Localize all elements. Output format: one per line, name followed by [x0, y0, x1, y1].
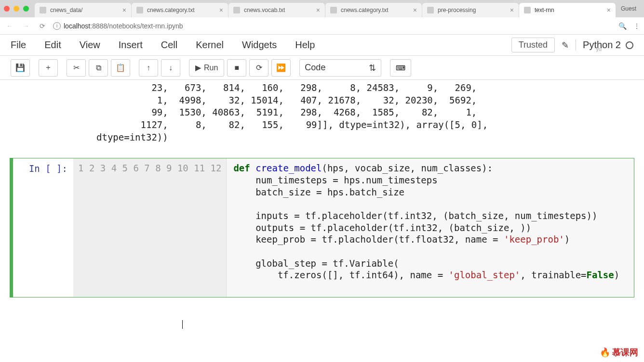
url-port: :8888: [90, 22, 107, 30]
close-icon[interactable]: ×: [510, 6, 514, 14]
pencil-icon[interactable]: ✎: [562, 40, 569, 51]
paste-button[interactable]: 📋: [111, 59, 130, 77]
tab-title: cnews.category.txt: [147, 7, 215, 13]
menu-edit[interactable]: Edit: [44, 39, 61, 51]
move-up-button[interactable]: ↑: [139, 59, 158, 77]
cut-button[interactable]: ✂: [67, 59, 86, 77]
add-cell-button[interactable]: ＋: [39, 59, 58, 77]
menu-widgets[interactable]: Widgets: [242, 39, 277, 51]
browser-tab-active[interactable]: text-rnn ×: [519, 3, 616, 17]
tab-title: pre-processing: [438, 7, 506, 13]
notebook-menubar: File Edit View Insert Cell Kernel Widget…: [0, 35, 644, 56]
notebook-body: 23, 673, 814, 160, 298, 8, 24583, 9, 269…: [0, 80, 644, 317]
browser-tab[interactable]: pre-processing ×: [422, 3, 519, 17]
menu-file[interactable]: File: [11, 39, 26, 51]
tab-title: text-rnn: [535, 7, 603, 13]
trusted-badge[interactable]: Trusted: [511, 38, 555, 52]
cell-prompt: In [ ]:: [13, 158, 73, 297]
menu-help[interactable]: Help: [295, 39, 315, 51]
tab-title: cnews_data/: [50, 7, 119, 13]
code-cell[interactable]: In [ ]: 1 2 3 4 5 6 7 8 9 10 11 12 def c…: [10, 158, 634, 297]
window-controls: [4, 6, 29, 12]
line-gutter: 1 2 3 4 5 6 7 8 9 10 11 12: [73, 158, 227, 297]
browser-tab-bar: cnews_data/ × cnews.category.txt × cnews…: [0, 0, 644, 17]
run-button[interactable]: ▶ Run: [189, 59, 224, 77]
move-down-button[interactable]: ↓: [161, 59, 180, 77]
chevron-updown-icon: ⇅: [369, 63, 376, 73]
kernel-name: Python 2: [583, 39, 621, 51]
address-bar: ← → ⟳ i localhost:8888/notebooks/text-rn…: [0, 17, 644, 35]
folder-icon: [40, 7, 46, 13]
kernel-status-icon: [626, 41, 633, 49]
restart-button[interactable]: ⟳: [249, 59, 268, 77]
menu-insert[interactable]: Insert: [119, 39, 143, 51]
menu-cell[interactable]: Cell: [161, 39, 177, 51]
menu-kernel[interactable]: Kernel: [196, 39, 224, 51]
profile-label[interactable]: Guest: [617, 5, 640, 12]
url-field[interactable]: i localhost:8888/notebooks/text-rnn.ipyn…: [53, 22, 614, 30]
yu-label: yu: [596, 46, 602, 52]
celltype-select[interactable]: Code ⇅: [299, 59, 381, 77]
maximize-window-icon[interactable]: [23, 6, 29, 12]
close-icon[interactable]: ×: [219, 6, 223, 14]
run-label: Run: [204, 64, 218, 72]
play-icon: ▶: [195, 63, 201, 72]
copy-button[interactable]: ⧉: [89, 59, 108, 77]
close-icon[interactable]: ×: [122, 6, 126, 14]
close-icon[interactable]: ×: [413, 6, 417, 14]
back-button[interactable]: ←: [4, 20, 15, 32]
file-icon: [330, 7, 337, 13]
fast-forward-button[interactable]: ⏩: [271, 59, 291, 77]
close-icon[interactable]: ×: [316, 6, 320, 14]
browser-tab[interactable]: cnews.vocab.txt ×: [228, 3, 325, 17]
search-icon[interactable]: 🔍: [618, 22, 627, 30]
kernel-indicator[interactable]: Python 2: [576, 39, 633, 51]
notebook-icon: [524, 7, 531, 13]
save-button[interactable]: 💾: [11, 59, 30, 77]
command-palette-button[interactable]: ⌨: [390, 59, 411, 77]
forward-button[interactable]: →: [20, 20, 32, 32]
celltype-value: Code: [305, 63, 325, 73]
browser-tab[interactable]: cnews_data/ ×: [35, 3, 131, 17]
menu-view[interactable]: View: [80, 39, 100, 51]
menu-icon[interactable]: ⋮: [633, 22, 640, 30]
close-window-icon[interactable]: [4, 6, 10, 12]
notebook-toolbar: 💾 ＋ ✂ ⧉ 📋 ↑ ↓ ▶ Run ■ ⟳ ⏩ Code ⇅ ⌨: [0, 56, 644, 80]
code-editor[interactable]: 1 2 3 4 5 6 7 8 9 10 11 12 def create_mo…: [73, 158, 634, 297]
cell-output: 23, 673, 814, 160, 298, 8, 24583, 9, 269…: [10, 80, 634, 156]
reload-button[interactable]: ⟳: [37, 20, 48, 32]
browser-tab[interactable]: cnews.category.txt ×: [325, 3, 422, 17]
close-icon[interactable]: ×: [607, 6, 611, 14]
tab-title: cnews.vocab.txt: [244, 7, 312, 13]
notebook-icon: [427, 7, 434, 13]
stop-button[interactable]: ■: [227, 59, 246, 77]
site-info-icon[interactable]: i: [53, 22, 61, 30]
browser-tab[interactable]: cnews.category.txt ×: [132, 3, 228, 17]
url-host: localhost: [64, 22, 90, 30]
file-icon: [233, 7, 240, 13]
code-content[interactable]: def create_model(hps, vocab_size, num_cl…: [227, 158, 626, 297]
browser-tabs: cnews_data/ × cnews.category.txt × cnews…: [35, 0, 617, 17]
minimize-window-icon[interactable]: [13, 6, 19, 12]
tab-title: cnews.category.txt: [341, 7, 409, 13]
url-path: /notebooks/text-rnn.ipynb: [107, 22, 183, 30]
file-icon: [136, 7, 143, 13]
